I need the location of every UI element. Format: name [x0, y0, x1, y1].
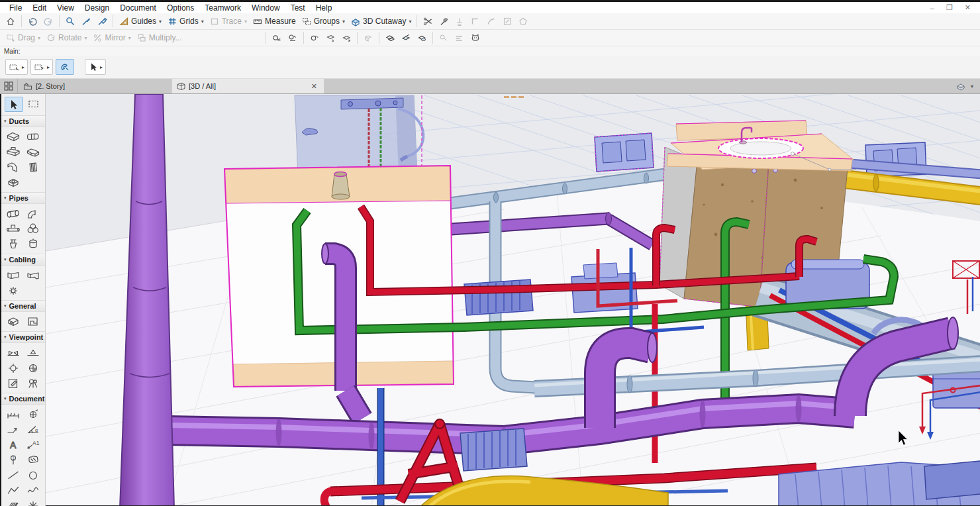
tool-change-marker[interactable]: 1 [3, 452, 23, 467]
fillet-button[interactable] [467, 15, 483, 27]
tool-duct[interactable] [3, 128, 23, 144]
menu-document[interactable]: Document [115, 3, 162, 13]
tool-pipe-junction[interactable] [23, 221, 43, 236]
menu-file[interactable]: File [4, 3, 27, 13]
tab-story[interactable]: [2. Story] [18, 79, 172, 93]
tool-interior-elevation[interactable] [23, 360, 43, 375]
tool-duct-fitting[interactable] [3, 174, 23, 189]
tool-label[interactable]: A1 [23, 436, 43, 452]
tool-pipe-accessory[interactable] [23, 236, 43, 251]
distribute-button[interactable] [452, 32, 467, 44]
groups-button[interactable]: Groups ▾ [299, 15, 348, 27]
section-ducts[interactable]: ▾ Ducts [1, 115, 45, 127]
stretch-button[interactable] [360, 32, 376, 44]
3d-viewport[interactable] [46, 94, 980, 506]
menu-teamwork[interactable]: Teamwork [199, 3, 246, 13]
menu-view[interactable]: View [52, 3, 79, 13]
cutaway-button[interactable]: 3D Cutaway ▾ [348, 15, 414, 27]
cutaway-mini-icon[interactable] [956, 81, 967, 91]
boolean-union-button[interactable] [382, 32, 398, 44]
measure-button[interactable]: Measure [250, 15, 299, 27]
section-document[interactable]: ▾ Document [1, 393, 45, 405]
pickup-parameters-button[interactable] [78, 15, 94, 27]
tool-hatch[interactable] [3, 497, 23, 506]
rotate-button[interactable]: Rotate ▾ [43, 32, 89, 44]
tool-builders-work[interactable] [23, 313, 43, 329]
multiply-button[interactable]: Multiply... [134, 32, 185, 44]
tabbar-caret-icon[interactable]: ▾ [971, 83, 973, 89]
elevate-button[interactable] [338, 32, 354, 44]
menu-test[interactable]: Test [285, 3, 311, 13]
drag-button[interactable]: Drag ▾ [3, 32, 43, 44]
menu-design[interactable]: Design [79, 3, 115, 13]
tool-duct-terminal[interactable] [23, 159, 43, 174]
tab-3d-all[interactable]: [3D / All] ✕ [172, 79, 325, 93]
close-button[interactable]: ✕ [965, 3, 971, 12]
grids-button[interactable]: Grids ▾ [164, 15, 207, 27]
tool-dimension[interactable] [3, 406, 23, 421]
tool-worksheet[interactable] [3, 375, 23, 390]
undo-button[interactable] [24, 15, 40, 27]
tool-duct-transition[interactable] [23, 144, 43, 159]
tool-hotspot[interactable] [23, 497, 43, 506]
tool-angle-dimension[interactable]: α [23, 421, 43, 436]
tab-overview-button[interactable] [0, 79, 18, 93]
menu-window[interactable]: Window [246, 3, 285, 13]
section-pipes[interactable]: ▾ Pipes [1, 192, 45, 204]
rotate-copy-button[interactable] [307, 32, 322, 44]
intersect-button[interactable] [452, 15, 467, 27]
home-button[interactable] [3, 15, 19, 27]
boolean-subtract-button[interactable] [398, 32, 414, 44]
tool-text[interactable]: A [3, 436, 23, 452]
arc-button[interactable] [483, 15, 499, 27]
arrow-tool-option[interactable]: ▸ [85, 59, 106, 75]
base-plane-button[interactable] [515, 15, 531, 27]
tab-close-button[interactable]: ✕ [309, 82, 319, 91]
tool-fill[interactable] [23, 452, 43, 467]
adjust-button[interactable] [436, 15, 452, 27]
drag-copy-button[interactable] [269, 32, 285, 44]
restore-button[interactable]: ❐ [946, 3, 953, 12]
drag-multiple-button[interactable] [285, 32, 301, 44]
tool-elevation-dimension[interactable] [3, 421, 23, 436]
tool-flexible-duct[interactable] [23, 128, 43, 144]
tool-line[interactable] [3, 467, 23, 482]
tool-spline[interactable] [23, 482, 43, 497]
menu-edit[interactable]: Edit [27, 3, 52, 13]
magnet-toggle[interactable] [56, 59, 74, 75]
tool-detail[interactable] [3, 360, 23, 375]
tool-equipment[interactable] [3, 313, 23, 329]
mirror-button[interactable]: Mirror ▾ [89, 32, 133, 44]
resize-button[interactable] [499, 15, 515, 27]
tool-camera[interactable] [23, 375, 43, 390]
redo-button[interactable] [40, 15, 56, 27]
arrow-tool[interactable] [5, 97, 23, 112]
align-button[interactable] [436, 32, 452, 44]
tool-cable-tray[interactable] [3, 267, 23, 282]
menu-options[interactable]: Options [162, 3, 199, 13]
tool-pipe-bend[interactable] [23, 205, 43, 221]
section-viewpoint[interactable]: ▾ Viewpoint [1, 331, 45, 343]
menu-help[interactable]: Help [311, 3, 338, 13]
marquee-move-option[interactable]: ▸ [5, 59, 28, 75]
marquee-tool[interactable] [26, 97, 43, 111]
tool-pipe-tee[interactable] [3, 221, 23, 236]
goodies-button[interactable] [467, 32, 483, 44]
inject-parameters-button[interactable] [94, 15, 110, 27]
section-cabling[interactable]: ▾ Cabling [1, 254, 45, 266]
boolean-intersect-button[interactable] [414, 32, 430, 44]
tool-pipe-terminal[interactable] [3, 236, 23, 251]
find-select-button[interactable] [62, 15, 78, 27]
minimize-button[interactable]: – [930, 4, 934, 12]
trace-button[interactable]: Trace ▾ [207, 15, 250, 27]
tool-cable-tray-fitting[interactable] [23, 267, 43, 282]
tool-level-dimension[interactable] [23, 406, 43, 421]
guides-button[interactable]: Guides ▾ [116, 15, 164, 27]
mirror-copy-button[interactable] [322, 32, 338, 44]
tool-circle[interactable] [23, 467, 43, 482]
tool-duct-tee[interactable] [3, 144, 23, 159]
tool-cable-junction[interactable] [3, 282, 23, 297]
section-general[interactable]: ▾ General [1, 300, 45, 312]
tool-pipe[interactable] [3, 205, 23, 221]
split-button[interactable] [420, 15, 436, 27]
